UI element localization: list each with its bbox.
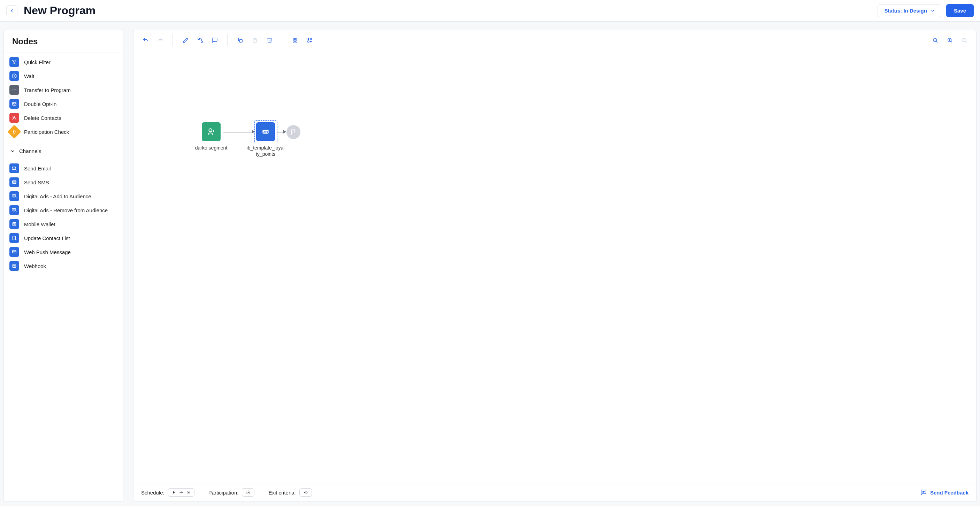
svg-rect-43 <box>307 40 309 42</box>
segment-icon <box>202 123 221 141</box>
chevron-down-icon <box>10 149 15 154</box>
paste-button[interactable] <box>248 34 261 46</box>
flow-node-api[interactable]: API ib_template_loyalty_points <box>247 123 285 157</box>
node-delete-contacts[interactable]: Delete Contacts <box>4 111 123 125</box>
page-title: New Program <box>24 4 878 17</box>
node-label: Delete Contacts <box>24 115 61 121</box>
schedule-label: Schedule: <box>141 490 164 496</box>
send-email-icon <box>10 164 19 173</box>
dashed-circle-icon <box>246 490 251 495</box>
node-label: Webhook <box>24 263 46 269</box>
node-update-contact-list[interactable]: Update Contact List <box>4 231 123 245</box>
canvas-area[interactable]: darko segment API ib_template_loyalty_po… <box>134 50 976 483</box>
participation-check-icon <box>7 125 21 139</box>
schedule-setting[interactable]: Schedule: <box>141 488 194 496</box>
svg-line-53 <box>966 41 967 43</box>
svg-rect-25 <box>13 236 15 240</box>
svg-text:AD: AD <box>13 209 15 211</box>
comment-icon <box>212 37 218 43</box>
node-send-sms[interactable]: SMS Send SMS <box>4 175 123 189</box>
node-web-push[interactable]: Web Push Message <box>4 245 123 259</box>
play-icon <box>172 490 177 495</box>
deselect-button[interactable] <box>303 34 316 46</box>
flow-node-label: ib_template_loyalty_points <box>247 145 285 157</box>
page-header: New Program Status: In Design Save <box>0 0 980 22</box>
node-label: Update Contact List <box>24 235 70 241</box>
delete-button[interactable] <box>263 34 276 46</box>
flow-node-start[interactable]: darko segment <box>192 123 231 151</box>
trash-icon <box>267 37 272 43</box>
web-push-icon <box>10 247 19 257</box>
canvas-footer: Schedule: Participation: Exit criteria: <box>134 483 976 501</box>
channels-section-toggle[interactable]: Channels <box>4 143 123 159</box>
api-icon: API <box>256 123 275 141</box>
node-quick-filter[interactable]: Quick Filter <box>4 55 123 69</box>
infinity-icon <box>186 490 191 495</box>
status-label: Status: In Design <box>884 8 927 14</box>
feedback-label: Send Feedback <box>930 490 969 496</box>
node-send-email[interactable]: Send Email <box>4 161 123 175</box>
svg-text:SMS: SMS <box>13 181 16 183</box>
svg-rect-34 <box>239 40 242 42</box>
node-label: Quick Filter <box>24 59 51 65</box>
flow-node-end[interactable] <box>286 125 301 139</box>
zoom-fit-button[interactable] <box>958 34 970 46</box>
exit-label: Exit criteria: <box>268 490 296 496</box>
comment-button[interactable] <box>208 34 221 46</box>
undo-icon <box>143 37 148 43</box>
node-label: Mobile Wallet <box>24 221 55 227</box>
edit-button[interactable] <box>179 34 192 46</box>
node-transfer-to-program[interactable]: Transfer to Program <box>4 83 123 97</box>
svg-line-49 <box>951 41 952 43</box>
flow-node-label: darko segment <box>195 145 228 151</box>
node-double-opt-in[interactable]: Double Opt-In <box>4 97 123 111</box>
node-label: Wait <box>24 73 34 79</box>
participation-setting[interactable]: Participation: <box>208 488 255 496</box>
node-ads-add[interactable]: AD Digital Ads - Add to Audience <box>4 189 123 203</box>
send-sms-icon: SMS <box>10 177 19 187</box>
svg-line-46 <box>936 41 937 43</box>
zoom-in-icon <box>947 37 953 43</box>
svg-rect-40 <box>295 40 297 42</box>
undo-button[interactable] <box>139 34 151 46</box>
zoom-out-button[interactable] <box>929 34 941 46</box>
node-ads-remove[interactable]: AD Digital Ads - Remove from Audience <box>4 203 123 217</box>
arrow-head-icon <box>283 130 286 134</box>
sidebar-title: Nodes <box>4 30 123 53</box>
svg-marker-57 <box>173 491 175 494</box>
select-all-button[interactable] <box>289 34 301 46</box>
svg-text:API: API <box>13 223 16 225</box>
zoom-in-button[interactable] <box>943 34 956 46</box>
exit-value <box>299 488 312 496</box>
node-mobile-wallet[interactable]: API Mobile Wallet <box>4 217 123 231</box>
copy-button[interactable] <box>234 34 247 46</box>
participation-value <box>242 488 255 496</box>
canvas-toolbar <box>134 30 976 50</box>
exit-criteria-setting[interactable]: Exit criteria: <box>268 488 312 496</box>
status-dropdown[interactable]: Status: In Design <box>878 4 941 17</box>
ads-remove-icon: AD <box>10 205 19 215</box>
svg-rect-27 <box>13 250 16 253</box>
channel-node-list: Send Email SMS Send SMS AD Digital Ads -… <box>4 159 123 275</box>
connect-button[interactable] <box>194 34 206 46</box>
copy-icon <box>237 37 243 43</box>
double-opt-in-icon <box>10 99 19 109</box>
svg-rect-41 <box>307 38 309 40</box>
update-list-icon <box>10 233 19 243</box>
delete-contacts-icon <box>10 113 19 123</box>
redo-button[interactable] <box>154 34 166 46</box>
node-wait[interactable]: Wait <box>4 69 123 83</box>
node-label: Digital Ads - Add to Audience <box>24 193 91 199</box>
svg-rect-42 <box>310 38 311 40</box>
back-button[interactable] <box>6 5 18 16</box>
svg-point-4 <box>15 89 16 91</box>
send-feedback-button[interactable]: Send Feedback <box>920 489 969 496</box>
chevron-down-icon <box>931 9 935 13</box>
main-node-list: Quick Filter Wait Transfer to Program Do… <box>4 53 123 141</box>
node-participation-check[interactable]: Participation Check <box>4 125 123 139</box>
save-button[interactable]: Save <box>946 4 974 17</box>
wait-icon <box>10 71 19 81</box>
svg-text:AD: AD <box>13 195 15 197</box>
node-webhook[interactable]: API Webhook <box>4 259 123 273</box>
canvas-panel: darko segment API ib_template_loyalty_po… <box>133 30 977 502</box>
